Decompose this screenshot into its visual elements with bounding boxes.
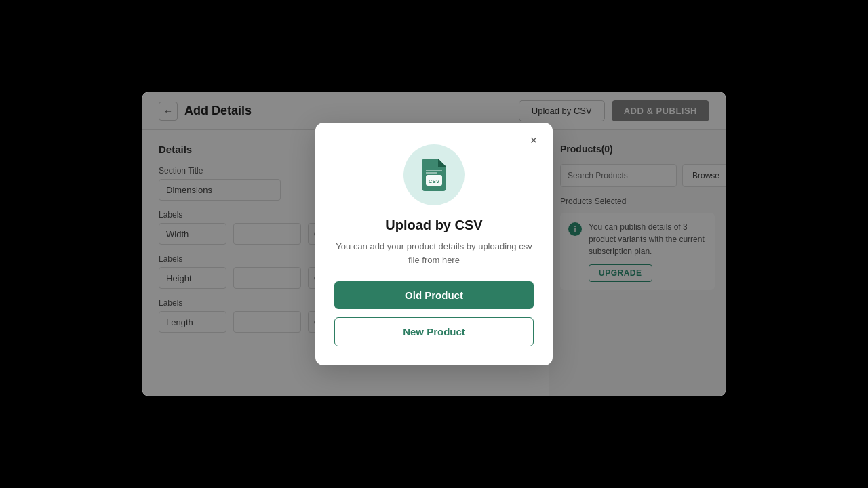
modal-description: You can add your product details by uplo…: [334, 240, 534, 266]
modal-icon-wrapper: CSV: [403, 144, 465, 205]
new-product-button[interactable]: New Product: [334, 317, 534, 346]
modal-title: Upload by CSV: [385, 218, 482, 233]
modal-close-button[interactable]: ×: [526, 132, 542, 148]
old-product-button[interactable]: Old Product: [334, 281, 534, 309]
app-window: ← Add Details Upload by CSV ADD & PUBLIS…: [142, 92, 726, 396]
csv-file-icon: CSV: [416, 157, 452, 192]
svg-text:CSV: CSV: [429, 178, 440, 184]
upload-csv-modal: × CSV Upload by CSV You can add your pro…: [315, 123, 553, 365]
